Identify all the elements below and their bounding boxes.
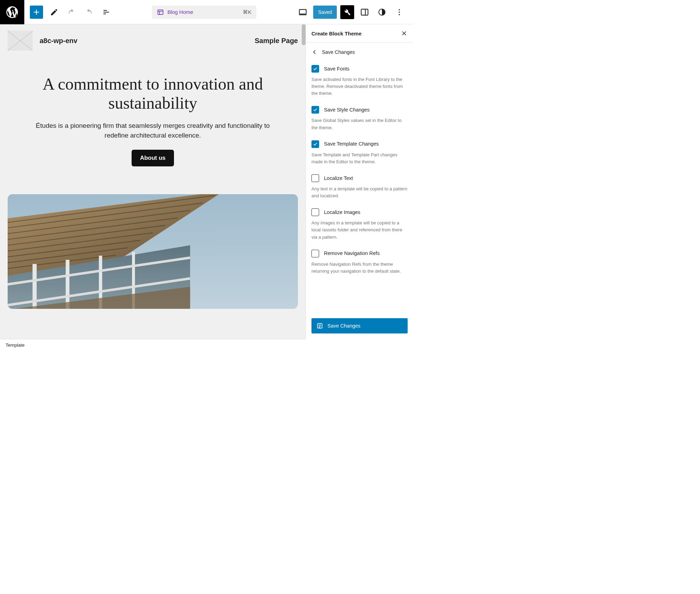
panel-option: Save Template ChangesSave Template and T… xyxy=(311,137,408,171)
layout-icon xyxy=(157,9,164,16)
architecture-image-icon xyxy=(8,194,298,309)
option-label: Save Style Changes xyxy=(324,107,369,113)
undo-button[interactable] xyxy=(65,6,78,18)
site-header-block[interactable]: a8c-wp-env Sample Page xyxy=(0,24,306,57)
option-description: Any text in a template will be copied to… xyxy=(311,185,408,199)
close-icon xyxy=(401,30,407,36)
hero-image-block[interactable] xyxy=(8,194,298,309)
panel-back-nav[interactable]: Save Changes xyxy=(306,43,413,61)
navigation-link[interactable]: Sample Page xyxy=(255,37,298,45)
options-menu-button[interactable] xyxy=(392,5,406,19)
panel-option: Localize TextAny text in a template will… xyxy=(311,171,408,205)
svg-rect-24 xyxy=(66,260,69,309)
document-title-bar[interactable]: Blog Home ⌘K xyxy=(152,6,256,19)
document-overview-button[interactable] xyxy=(100,6,112,18)
view-button[interactable] xyxy=(296,5,310,19)
option-checkbox[interactable] xyxy=(311,65,319,73)
svg-rect-5 xyxy=(361,9,368,15)
option-checkbox[interactable] xyxy=(311,208,319,216)
option-description: Remove Navigation Refs from the theme re… xyxy=(311,261,408,275)
svg-point-9 xyxy=(399,11,400,13)
svg-rect-0 xyxy=(158,10,163,14)
option-description: Save activated fonts in the Font Library… xyxy=(311,76,408,97)
save-icon xyxy=(316,322,323,329)
check-icon xyxy=(313,66,318,71)
panel-option: Localize ImagesAny images in a template … xyxy=(311,205,408,246)
option-description: Save Global Styles values set in the Edi… xyxy=(311,117,408,131)
option-description: Any images in a template will be copied … xyxy=(311,220,408,240)
redo-button[interactable] xyxy=(83,6,95,18)
hero-group-block[interactable]: A commitment to innovation and sustainab… xyxy=(0,57,306,177)
editor-breadcrumb-bar: Template xyxy=(0,339,306,351)
create-block-theme-panel: Create Block Theme Save Changes Save Fon… xyxy=(306,24,413,339)
check-icon xyxy=(313,142,318,147)
panel-title: Create Block Theme xyxy=(311,31,361,36)
option-checkbox[interactable] xyxy=(311,106,319,114)
option-checkbox[interactable] xyxy=(311,174,319,182)
wp-home-button[interactable] xyxy=(0,0,24,24)
option-label: Localize Images xyxy=(324,210,360,215)
add-block-button[interactable] xyxy=(30,6,43,19)
settings-sidebar-toggle[interactable] xyxy=(358,5,372,19)
editor-canvas[interactable]: a8c-wp-env Sample Page A commitment to i… xyxy=(0,24,306,339)
wrench-icon xyxy=(343,8,351,16)
option-description: Save Template and Template Part changes … xyxy=(311,151,408,165)
option-checkbox[interactable] xyxy=(311,140,319,148)
styles-button[interactable] xyxy=(375,5,389,19)
redo-icon xyxy=(84,8,93,17)
option-label: Localize Text xyxy=(324,176,353,181)
hero-cta-button[interactable]: About us xyxy=(132,150,174,166)
svg-point-10 xyxy=(399,14,400,15)
breadcrumb-item[interactable]: Template xyxy=(6,343,25,348)
tools-button[interactable] xyxy=(340,5,354,19)
chevron-left-icon xyxy=(311,49,318,55)
desktop-icon xyxy=(298,8,307,17)
list-view-icon xyxy=(102,8,110,16)
svg-point-8 xyxy=(399,9,400,10)
edit-tool-button[interactable] xyxy=(48,6,60,18)
option-label: Save Fonts xyxy=(324,66,349,72)
save-changes-button-label: Save Changes xyxy=(327,323,360,329)
option-checkbox[interactable] xyxy=(311,250,319,257)
check-icon xyxy=(313,107,318,112)
plus-icon xyxy=(32,8,41,17)
svg-rect-3 xyxy=(300,9,307,14)
half-circle-icon xyxy=(378,8,386,16)
saved-label: Saved xyxy=(318,9,332,15)
save-draft-button[interactable]: Saved xyxy=(313,6,337,19)
sidebar-icon xyxy=(360,8,369,17)
panel-option: Save Style ChangesSave Global Styles val… xyxy=(311,102,408,137)
editor-toolbar: Blog Home ⌘K Saved xyxy=(0,0,413,24)
option-label: Remove Navigation Refs xyxy=(324,251,380,256)
kebab-icon xyxy=(395,8,403,16)
undo-icon xyxy=(67,8,76,17)
site-title-block[interactable]: a8c-wp-env xyxy=(40,37,77,45)
save-changes-button[interactable]: Save Changes xyxy=(311,318,408,333)
command-shortcut-label: ⌘K xyxy=(243,9,251,15)
option-label: Save Template Changes xyxy=(324,141,379,147)
panel-close-button[interactable] xyxy=(401,30,408,37)
wordpress-logo-icon xyxy=(5,5,19,19)
panel-back-label: Save Changes xyxy=(322,49,355,55)
panel-option: Save FontsSave activated fonts in the Fo… xyxy=(311,61,408,102)
hero-subheading[interactable]: Études is a pioneering firm that seamles… xyxy=(26,121,280,140)
pencil-icon xyxy=(50,8,58,16)
site-logo-placeholder[interactable] xyxy=(8,31,33,51)
hero-heading[interactable]: A commitment to innovation and sustainab… xyxy=(21,74,285,113)
document-title-label: Blog Home xyxy=(167,9,193,15)
panel-option: Remove Navigation RefsRemove Navigation … xyxy=(311,246,408,280)
